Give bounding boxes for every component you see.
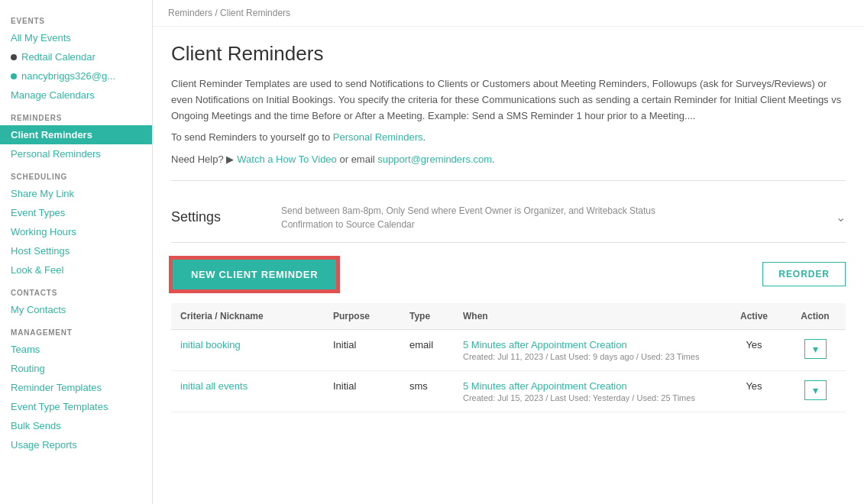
when-cell: 5 Minutes after Appointment CreationCrea…: [454, 370, 723, 412]
video-icon: ▶: [226, 152, 234, 168]
new-client-reminder-button[interactable]: NEW CLIENT REMINDER: [171, 258, 338, 291]
actions-bar: NEW CLIENT REMINDER REORDER: [171, 258, 846, 291]
watch-video-link[interactable]: Watch a How To Video: [237, 153, 337, 165]
sidebar-item-manage-calendars[interactable]: Manage Calendars: [0, 86, 152, 105]
sidebar-item-label: Working Hours: [11, 226, 76, 237]
sidebar-item-look-and-feel[interactable]: Look & Feel: [0, 260, 152, 279]
sidebar-section-reminders: REMINDERS: [0, 105, 152, 125]
sidebar-item-host-settings[interactable]: Host Settings: [0, 241, 152, 260]
sidebar-item-event-types[interactable]: Event Types: [0, 203, 152, 222]
sidebar-item-routing[interactable]: Routing: [0, 359, 152, 378]
action-dropdown-button-1[interactable]: ▾: [804, 380, 827, 400]
action-cell: ▾: [785, 329, 846, 370]
settings-row: Settings Send between 8am-8pm, Only Send…: [171, 193, 846, 243]
sidebar-item-label: Reminder Templates: [11, 382, 102, 393]
settings-line1: Send between 8am-8pm, Only Send where Ev…: [281, 204, 836, 218]
breadcrumb: Reminders / Client Reminders: [153, 0, 864, 27]
when-sub: Created: Jul 11, 2023 / Last Used: 9 day…: [463, 352, 714, 361]
sidebar-item-label: Event Type Templates: [11, 401, 108, 412]
sidebar-item-label: Routing: [11, 363, 45, 374]
sidebar-item-bulk-sends[interactable]: Bulk Sends: [0, 416, 152, 435]
dot-icon: [11, 54, 17, 60]
reminders-table: Criteria / Nickname Purpose Type When Ac…: [171, 303, 846, 412]
active-cell: Yes: [723, 370, 785, 412]
main-content: Reminders / Client Reminders Client Remi…: [153, 0, 864, 504]
sidebar-section-scheduling: SCHEDULING: [0, 163, 152, 184]
when-cell: 5 Minutes after Appointment CreationCrea…: [454, 329, 723, 370]
col-header-when: When: [454, 303, 723, 330]
sidebar-item-all-my-events[interactable]: All My Events: [0, 28, 152, 47]
description-text: Client Reminder Templates are used to se…: [171, 76, 846, 124]
sidebar-item-working-hours[interactable]: Working Hours: [0, 222, 152, 241]
col-header-action: Action: [785, 303, 846, 330]
settings-line2: Confirmation to Source Calendar: [281, 218, 836, 231]
sidebar-item-redtail-calendar[interactable]: Redtail Calendar: [0, 47, 152, 66]
sidebar-item-label: Share My Link: [11, 188, 74, 199]
sidebar-item-label: Bulk Sends: [11, 420, 61, 431]
sidebar-item-label: nancybriggs326@g...: [21, 70, 115, 82]
criteria-link-1[interactable]: initial all events: [180, 380, 248, 392]
table-body: initial bookingInitialemail5 Minutes aft…: [171, 329, 846, 412]
sidebar-item-personal-reminders[interactable]: Personal Reminders: [0, 144, 152, 163]
support-email-link[interactable]: support@greminders.com: [377, 153, 492, 165]
breadcrumb-reminders: Reminders: [168, 8, 212, 18]
personal-reminders-prefix: To send Reminders to yourself go to: [171, 131, 333, 143]
col-header-criteria: Criteria / Nickname: [171, 303, 324, 330]
sidebar-item-label: My Contacts: [11, 304, 66, 315]
when-main: 5 Minutes after Appointment Creation: [463, 339, 714, 351]
sidebar-item-reminder-templates[interactable]: Reminder Templates: [0, 378, 152, 397]
table-header: Criteria / Nickname Purpose Type When Ac…: [171, 303, 846, 330]
action-cell: ▾: [785, 370, 846, 412]
sidebar-section-management: MANAGEMENT: [0, 319, 152, 340]
sidebar-item-share-my-link[interactable]: Share My Link: [0, 184, 152, 203]
col-header-purpose: Purpose: [324, 303, 400, 330]
personal-reminders-link[interactable]: Personal Reminders: [333, 131, 423, 143]
reorder-button[interactable]: REORDER: [762, 262, 846, 286]
col-header-active: Active: [723, 303, 785, 330]
sidebar-item-label: Look & Feel: [11, 264, 63, 276]
sidebar-section-contacts: CONTACTS: [0, 279, 152, 300]
sidebar-section-events: EVENTS: [0, 8, 152, 28]
type-cell: email: [400, 329, 454, 370]
personal-reminders-note: To send Reminders to yourself go to Pers…: [171, 130, 846, 146]
sidebar-item-label: Client Reminders: [11, 129, 92, 141]
page-title: Client Reminders: [171, 42, 846, 66]
breadcrumb-client-reminders: Client Reminders: [220, 8, 290, 18]
sidebar-item-teams[interactable]: Teams: [0, 340, 152, 359]
help-prefix: Need Help?: [171, 153, 226, 165]
dot-icon: [11, 73, 17, 79]
sidebar-item-label: All My Events: [11, 32, 71, 44]
sidebar: EVENTSAll My EventsRedtail Calendarnancy…: [0, 0, 153, 504]
table-row: initial bookingInitialemail5 Minutes aft…: [171, 329, 846, 370]
or-email-text: or email: [337, 153, 377, 165]
settings-value: Send between 8am-8pm, Only Send where Ev…: [281, 204, 836, 231]
sidebar-item-label: Event Types: [11, 207, 65, 218]
table-row: initial all eventsInitialsms5 Minutes af…: [171, 370, 846, 412]
sidebar-item-label: Personal Reminders: [11, 148, 101, 160]
when-sub: Created: Jul 15, 2023 / Last Used: Yeste…: [463, 393, 714, 402]
active-cell: Yes: [723, 329, 785, 370]
action-dropdown-button-0[interactable]: ▾: [804, 339, 827, 359]
sidebar-item-nancybriggs[interactable]: nancybriggs326@g...: [0, 66, 152, 86]
sidebar-item-my-contacts[interactable]: My Contacts: [0, 300, 152, 319]
sidebar-item-label: Redtail Calendar: [21, 51, 95, 63]
sidebar-item-label: Manage Calendars: [11, 89, 95, 101]
criteria-link-0[interactable]: initial booking: [180, 339, 241, 351]
when-main: 5 Minutes after Appointment Creation: [463, 380, 714, 392]
settings-chevron-icon[interactable]: ⌄: [836, 210, 846, 225]
settings-label: Settings: [171, 209, 263, 225]
purpose-cell: Initial: [324, 370, 400, 412]
description-box: Client Reminder Templates are used to se…: [171, 76, 846, 168]
help-text: Need Help? ▶Watch a How To Video or emai…: [171, 152, 846, 168]
sidebar-item-usage-reports[interactable]: Usage Reports: [0, 435, 152, 454]
purpose-cell: Initial: [324, 329, 400, 370]
separator-1: [171, 180, 846, 181]
sidebar-item-client-reminders[interactable]: Client Reminders: [0, 125, 152, 144]
content-area: Client Reminders Client Reminder Templat…: [153, 27, 864, 428]
sidebar-item-label: Teams: [11, 344, 40, 355]
type-cell: sms: [400, 370, 454, 412]
sidebar-item-label: Usage Reports: [11, 439, 77, 451]
col-header-type: Type: [400, 303, 454, 330]
sidebar-item-label: Host Settings: [11, 245, 70, 257]
sidebar-item-event-type-templates[interactable]: Event Type Templates: [0, 397, 152, 416]
